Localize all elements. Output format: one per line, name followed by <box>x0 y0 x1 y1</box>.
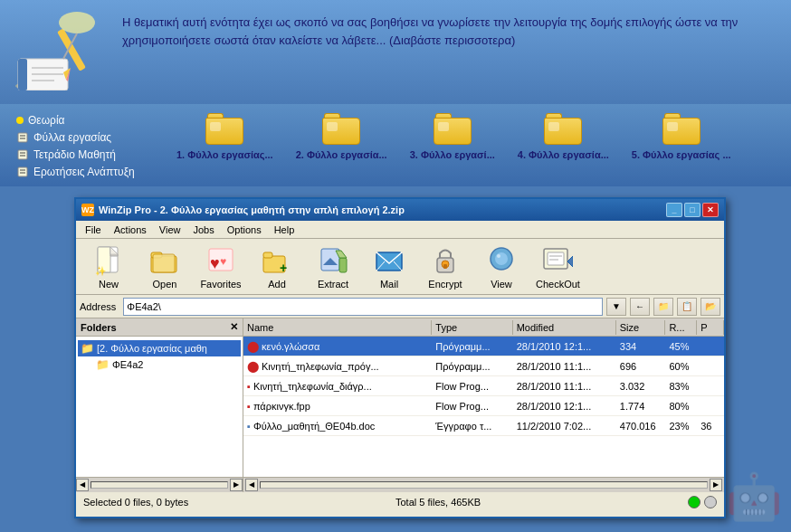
file-p-3 <box>697 385 724 387</box>
nav-theory[interactable]: Θεωρία <box>14 113 158 128</box>
worksheet-4[interactable]: 4. Φύλλο εργασία... <box>518 113 609 179</box>
svg-text:+: + <box>280 261 287 275</box>
folders-close-button[interactable]: ✕ <box>230 321 238 333</box>
scroll-right-btn2[interactable]: ▶ <box>710 479 722 491</box>
notebook-icon <box>16 148 29 161</box>
scroll-right-btn[interactable]: ▶ <box>230 479 243 491</box>
col-type-header[interactable]: Type <box>432 320 512 335</box>
toolbar-extract[interactable]: Extract <box>306 242 360 292</box>
file-size-2: 696 <box>616 360 666 373</box>
extract-label: Extract <box>318 279 348 290</box>
file-modified-2: 28/1/2010 11:1... <box>513 360 616 373</box>
col-size-header[interactable]: Size <box>616 320 666 335</box>
nav-notebook[interactable]: Τετράδιο Μαθητή <box>14 147 158 162</box>
scroll-left-btn[interactable]: ◀ <box>76 479 89 491</box>
file-row-4[interactable]: ▪ πάρκινγκ.fpp Flow Prog... 28/1/2010 12… <box>243 396 724 416</box>
menu-jobs[interactable]: Jobs <box>187 223 219 236</box>
svg-point-45 <box>495 252 508 265</box>
svg-rect-11 <box>18 133 27 142</box>
file-size-3: 3.032 <box>616 380 666 393</box>
menu-view[interactable]: View <box>154 223 186 236</box>
open-icon <box>148 244 181 277</box>
toolbar-encrypt[interactable]: Encrypt <box>418 242 472 292</box>
status-dot-green <box>688 496 700 508</box>
file-modified-3: 28/1/2010 11:1... <box>513 380 616 393</box>
favorites-icon: ♥ ♥ <box>205 244 237 277</box>
main-scrollbar[interactable]: ◀ ▶ <box>243 478 724 492</box>
svg-point-9 <box>59 12 95 33</box>
toolbar: ✨ New Open ♥ ♥ Fav <box>76 239 724 295</box>
toolbar-add[interactable]: + Add <box>250 242 304 292</box>
file-r-2: 60% <box>665 360 697 373</box>
address-go-button[interactable]: ▼ <box>606 298 626 316</box>
new-icon: ✨ <box>92 244 125 277</box>
menu-help[interactable]: Help <box>269 223 300 236</box>
worksheet-2[interactable]: 2. Φύλλο εργασία... <box>296 113 387 179</box>
col-p-header[interactable]: P <box>697 320 724 335</box>
folders-header: Folders ✕ <box>76 318 243 337</box>
minimize-button[interactable]: _ <box>666 203 682 217</box>
questions-icon <box>16 166 29 178</box>
worksheet-1[interactable]: 1. Φύλλο εργασίας... <box>176 113 273 179</box>
nav-questions[interactable]: Ερωτήσεις Ανάπτυξη <box>14 165 158 179</box>
checkout-icon <box>541 244 574 277</box>
menu-options[interactable]: Options <box>222 223 267 236</box>
file-icon-2: ⬤ <box>247 360 259 373</box>
winzip-controls: _ □ ✕ <box>666 203 719 217</box>
scroll-left-btn2[interactable]: ◀ <box>245 479 258 491</box>
address-input[interactable] <box>123 298 603 316</box>
files-pane: Name Type Modified Size R... P ⬤ κενό.γλ… <box>243 318 724 477</box>
folder-tree-item-child[interactable]: 📁 ΦΕ4a2 <box>78 356 241 373</box>
address-back-button[interactable]: ← <box>630 298 650 316</box>
status-dot-gray <box>704 496 717 508</box>
file-row-3[interactable]: ▪ Κινητή_τηλεφωνία_διάγρ... Flow Prog...… <box>243 376 724 396</box>
worksheets-row: 1. Φύλλο εργασίας... 2. Φύλλο εργασία...… <box>158 109 731 179</box>
folder-tree: 📁 [2. Φύλλο εργασίας μαθη 📁 ΦΕ4a2 <box>76 337 243 376</box>
bottom-scroll: ◀ ▶ ◀ ▶ <box>76 477 724 491</box>
file-size-1: 334 <box>616 340 666 353</box>
file-size-4: 1.774 <box>616 400 666 413</box>
file-row-2[interactable]: ⬤ Κινητή_τηλεφωνία_πρόγ... Πρόγραμμ... 2… <box>243 356 724 376</box>
file-icon-1: ⬤ <box>247 340 259 353</box>
nav-worksheets[interactable]: Φύλλα εργασίας <box>14 130 158 145</box>
worksheet-5[interactable]: 5. Φύλλο εργασίας ... <box>632 113 731 179</box>
scroll-track[interactable] <box>91 481 228 489</box>
folder-tree-item-root[interactable]: 📁 [2. Φύλλο εργασίας μαθη <box>78 340 241 356</box>
maximize-button[interactable]: □ <box>684 203 700 217</box>
file-row-5[interactable]: ▪ Φύλλο_μαθητή_ΘΕ04b.doc Έγγραφο τ... 11… <box>243 416 724 436</box>
col-r-header[interactable]: R... <box>665 320 697 335</box>
svg-rect-2 <box>18 59 27 90</box>
scroll-track2[interactable] <box>260 481 708 489</box>
dot-icon <box>16 117 24 124</box>
robot-decoration: 🤖 <box>726 470 782 523</box>
toolbar-favorites[interactable]: ♥ ♥ Favorites <box>194 242 248 292</box>
address-label: Address <box>80 301 119 312</box>
menu-file[interactable]: File <box>80 223 107 236</box>
toolbar-view[interactable]: View <box>474 242 529 292</box>
nav-links: Θεωρία Φύλλα εργασίας Τετράδιο Μαθητή <box>14 109 158 179</box>
toolbar-open[interactable]: Open <box>138 242 192 292</box>
encrypt-icon <box>429 244 462 277</box>
folder-tree-child-label: ΦΕ4a2 <box>112 359 143 370</box>
address-home-button[interactable]: 📂 <box>700 298 720 316</box>
toolbar-new[interactable]: ✨ New <box>81 242 136 292</box>
add-label: Add <box>268 279 286 290</box>
status-center: Total 5 files, 465KB <box>396 497 481 508</box>
address-up-button[interactable]: 📋 <box>677 298 697 316</box>
toolbar-checkout[interactable]: CheckOut <box>530 242 586 292</box>
address-forward-button[interactable]: 📁 <box>653 298 673 316</box>
folders-scrollbar[interactable]: ◀ ▶ <box>76 478 243 492</box>
col-name-header[interactable]: Name <box>243 320 432 335</box>
menu-actions[interactable]: Actions <box>109 223 152 236</box>
svg-text:✨: ✨ <box>95 265 107 276</box>
folder-tree-icon: 📁 <box>81 342 94 355</box>
toolbar-mail[interactable]: Mail <box>362 242 416 292</box>
winzip-app-icon: WZ <box>81 204 94 216</box>
file-row-1[interactable]: ⬤ κενό.γλώσσα Πρόγραμμ... 28/1/2010 12:1… <box>243 337 724 356</box>
checkout-label: CheckOut <box>536 279 580 290</box>
file-p-5: 36 <box>697 420 724 432</box>
winzip-title: WinZip Pro - 2. Φύλλο εργασίας μαθητή στ… <box>99 204 662 215</box>
worksheet-3[interactable]: 3. Φύλλο εργασί... <box>410 113 495 179</box>
col-modified-header[interactable]: Modified <box>513 320 616 335</box>
close-button[interactable]: ✕ <box>702 203 719 217</box>
